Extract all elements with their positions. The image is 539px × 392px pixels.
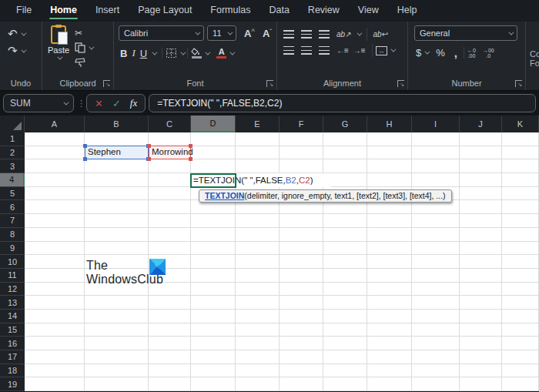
cell-B16[interactable] xyxy=(85,337,149,350)
cell-H12[interactable] xyxy=(367,283,412,297)
cell-F17[interactable] xyxy=(280,350,323,364)
cell-F10[interactable] xyxy=(280,255,323,269)
menu-tab-data[interactable]: Data xyxy=(260,1,297,21)
cell-A1[interactable] xyxy=(25,132,85,146)
cell-J16[interactable] xyxy=(460,337,502,350)
cell-J19[interactable] xyxy=(460,377,502,391)
align-middle-icon[interactable] xyxy=(301,30,312,39)
decrease-decimal-button[interactable]: →00.0 xyxy=(483,48,494,59)
cell-D8[interactable] xyxy=(191,228,236,242)
cell-H18[interactable] xyxy=(367,364,412,378)
menu-tab-page-layout[interactable]: Page Layout xyxy=(129,1,200,21)
row-header-1[interactable]: 1 xyxy=(0,132,25,146)
cell-C14[interactable] xyxy=(149,310,191,323)
menu-tab-review[interactable]: Review xyxy=(300,1,348,21)
cell-K12[interactable] xyxy=(502,283,539,297)
cell-G11[interactable] xyxy=(323,269,367,283)
align-right-icon[interactable] xyxy=(319,46,330,55)
cell-E6[interactable] xyxy=(236,200,280,214)
align-top-icon[interactable] xyxy=(283,30,294,39)
cell-E12[interactable] xyxy=(236,283,280,297)
cell-A5[interactable] xyxy=(25,187,85,201)
cell-A7[interactable] xyxy=(25,214,85,228)
cell-K2[interactable] xyxy=(502,146,539,160)
wrap-text-button[interactable]: ab↩ xyxy=(373,30,389,39)
cell-E9[interactable] xyxy=(236,242,280,256)
bold-button[interactable]: B xyxy=(120,48,127,59)
cell-H16[interactable] xyxy=(367,337,412,350)
cell-F1[interactable] xyxy=(280,132,323,146)
column-header-D[interactable]: D xyxy=(191,116,236,132)
cell-H9[interactable] xyxy=(367,242,412,256)
cell-A6[interactable] xyxy=(25,200,85,214)
cell-A16[interactable] xyxy=(25,337,85,350)
cell-I18[interactable] xyxy=(412,364,460,378)
cell-C18[interactable] xyxy=(149,364,191,378)
percent-format-button[interactable]: % xyxy=(436,47,445,59)
cell-B18[interactable] xyxy=(85,364,149,378)
cell-J12[interactable] xyxy=(460,283,502,297)
select-all-corner[interactable] xyxy=(0,116,25,132)
cell-J11[interactable] xyxy=(460,269,502,283)
cell-G8[interactable] xyxy=(323,228,367,242)
cell-D19[interactable] xyxy=(191,377,236,391)
column-header-I[interactable]: I xyxy=(412,116,460,132)
cell-D10[interactable] xyxy=(191,255,236,269)
row-header-8[interactable]: 8 xyxy=(0,228,25,242)
cell-F12[interactable] xyxy=(280,283,323,297)
paste-button[interactable]: Paste xyxy=(42,25,75,69)
alignment-dialog-launcher[interactable]: ↘ xyxy=(397,80,404,87)
cell-F8[interactable] xyxy=(280,228,323,242)
cell-G1[interactable] xyxy=(323,132,367,146)
cell-K17[interactable] xyxy=(502,350,539,364)
decrease-font-size-button[interactable]: Aˇ xyxy=(263,28,272,39)
column-header-F[interactable]: F xyxy=(280,116,323,132)
cell-F16[interactable] xyxy=(280,337,323,350)
row-header-17[interactable]: 17 xyxy=(0,350,25,364)
cell-J7[interactable] xyxy=(460,214,502,228)
cell-I14[interactable] xyxy=(412,310,460,323)
cell-J4[interactable] xyxy=(460,173,502,187)
cell-G18[interactable] xyxy=(323,364,367,378)
cell-A10[interactable] xyxy=(25,255,85,269)
cell-K16[interactable] xyxy=(502,337,539,350)
fill-color-button[interactable] xyxy=(191,48,202,59)
cell-J10[interactable] xyxy=(460,255,502,269)
align-bottom-icon[interactable] xyxy=(319,30,330,39)
menu-tab-help[interactable]: Help xyxy=(389,1,426,21)
cell-A13[interactable] xyxy=(25,296,85,310)
cell-I1[interactable] xyxy=(412,132,460,146)
enter-button[interactable]: ✓ xyxy=(112,98,121,109)
cell-C16[interactable] xyxy=(149,337,191,350)
cell-I10[interactable] xyxy=(412,255,460,269)
cell-H6[interactable] xyxy=(367,200,412,214)
cell-A19[interactable] xyxy=(25,377,85,391)
cell-J8[interactable] xyxy=(460,228,502,242)
cell-J17[interactable] xyxy=(460,350,502,364)
decrease-indent-button[interactable]: ←≡ xyxy=(336,46,349,55)
cell-H11[interactable] xyxy=(367,269,412,283)
cell-F11[interactable] xyxy=(280,269,323,283)
menu-tab-file[interactable]: File xyxy=(8,1,40,21)
undo-button[interactable]: ↶ xyxy=(0,25,42,42)
cell-E3[interactable] xyxy=(236,159,280,173)
menu-tab-formulas[interactable]: Formulas xyxy=(202,1,259,21)
cell-E7[interactable] xyxy=(236,214,280,228)
cell-E15[interactable] xyxy=(236,323,280,337)
cell-I2[interactable] xyxy=(412,146,460,160)
cell-J5[interactable] xyxy=(460,187,502,201)
cell-B14[interactable] xyxy=(85,310,149,323)
cell-D18[interactable] xyxy=(191,364,236,378)
cell-F6[interactable] xyxy=(280,200,323,214)
cell-F2[interactable] xyxy=(280,146,323,160)
font-color-button[interactable]: A xyxy=(216,48,226,59)
insert-function-button[interactable]: fx xyxy=(130,97,137,109)
row-header-16[interactable]: 16 xyxy=(0,337,25,350)
column-header-K[interactable]: K xyxy=(502,116,539,132)
column-header-B[interactable]: B xyxy=(85,116,149,132)
column-header-C[interactable]: C xyxy=(149,116,191,132)
cell-C3[interactable] xyxy=(149,159,191,173)
cell-G6[interactable] xyxy=(323,200,367,214)
cell-G19[interactable] xyxy=(323,377,367,391)
cell-B7[interactable] xyxy=(85,214,149,228)
